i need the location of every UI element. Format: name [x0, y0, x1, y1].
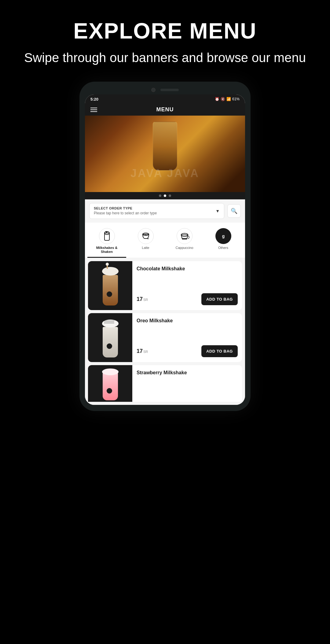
order-type-placeholder: Please tap here to select an order type — [94, 211, 157, 215]
oreo-milkshake-name: Oreo Milkshake — [137, 318, 238, 324]
tab-latte[interactable]: Latte — [126, 226, 165, 258]
search-icon: 🔍 — [231, 208, 237, 214]
hamburger-line-3 — [90, 111, 97, 112]
chocolate-milkshake-footer: 17SR ADD TO BAG — [137, 293, 238, 305]
milkshakes-icon — [99, 228, 115, 244]
add-to-bag-chocolate-button[interactable]: ADD TO BAG — [201, 293, 238, 305]
tab-others[interactable]: g Others — [204, 226, 243, 258]
dot-2[interactable] — [164, 194, 166, 197]
cappuccino-icon — [177, 228, 193, 244]
dot-1[interactable] — [159, 194, 161, 197]
latte-icon — [138, 228, 154, 244]
battery-text: 61% — [232, 97, 240, 101]
oreo-milkshake-price: 17SR — [137, 348, 148, 354]
oreo-milkshake-details: Oreo Milkshake 17SR ADD TO BAG — [132, 313, 242, 362]
svg-text:g: g — [222, 234, 225, 239]
chocolate-milkshake-details: Chocolate Milkshake 17SR ADD TO BAG — [132, 261, 242, 310]
chocolate-milkshake-image — [88, 261, 132, 310]
tab-cappuccino[interactable]: Cappuccino — [165, 226, 204, 258]
cappuccino-label: Cappuccino — [175, 246, 193, 250]
chocolate-milkshake-price: 17SR — [137, 296, 148, 302]
banner-logo: JAVA JAVA — [130, 167, 200, 180]
banner-dots — [85, 192, 245, 199]
order-select-content: SELECT ORDER TYPE Please tap here to sel… — [94, 206, 157, 216]
svg-point-3 — [106, 231, 108, 232]
alarm-icon: ⏰ — [215, 97, 219, 101]
hero-title: EXPLORE MENU — [73, 18, 257, 43]
oreo-milkshake-image — [88, 313, 132, 362]
hero-subtitle: Swipe through our banners and browse our… — [6, 50, 324, 66]
others-label: Others — [218, 246, 228, 250]
menu-item-oreo: Oreo Milkshake 17SR ADD TO BAG — [88, 313, 242, 362]
order-type-select[interactable]: SELECT ORDER TYPE Please tap here to sel… — [89, 203, 224, 219]
search-button[interactable]: 🔍 — [227, 204, 241, 218]
category-tabs: Milkshakes &Shaken Latte — [85, 223, 245, 258]
menu-item-chocolate: Chocolate Milkshake 17SR ADD TO BAG — [88, 261, 242, 310]
status-time: 5:20 — [90, 97, 98, 102]
banner-glass-visual — [153, 122, 177, 171]
order-type-label: SELECT ORDER TYPE — [94, 206, 157, 210]
strawberry-milkshake-image — [88, 365, 132, 402]
others-icon: g — [215, 228, 231, 244]
latte-label: Latte — [142, 246, 149, 250]
status-bar: 5:20 ⏰ 🔇 📶 61% — [85, 94, 245, 104]
dot-3[interactable] — [169, 194, 171, 197]
phone-camera — [151, 88, 156, 92]
tab-milkshakes[interactable]: Milkshakes &Shaken — [87, 226, 126, 258]
banner-area: JAVA JAVA — [85, 116, 245, 192]
order-type-bar: SELECT ORDER TYPE Please tap here to sel… — [85, 199, 245, 223]
menu-item-strawberry: Strawberry Milkshake — [88, 365, 242, 402]
top-nav: MENU — [85, 104, 245, 116]
phone-notch — [85, 88, 245, 92]
oreo-milkshake-footer: 17SR ADD TO BAG — [137, 345, 238, 357]
dropdown-arrow-icon: ▼ — [215, 209, 220, 213]
price-unit-2: SR — [143, 350, 148, 353]
phone-screen: 5:20 ⏰ 🔇 📶 61% MENU JAVA JAVA — [85, 94, 245, 405]
wifi-icon: 📶 — [226, 97, 231, 101]
menu-list: Chocolate Milkshake 17SR ADD TO BAG — [85, 258, 245, 405]
status-icons: ⏰ 🔇 📶 61% — [215, 97, 240, 101]
price-unit: SR — [143, 298, 148, 302]
hamburger-menu[interactable] — [90, 108, 97, 112]
nav-title: MENU — [156, 106, 174, 113]
hamburger-line-2 — [90, 109, 97, 110]
phone-speaker — [160, 89, 179, 91]
banner-image: JAVA JAVA — [85, 116, 245, 192]
mute-icon: 🔇 — [221, 97, 225, 101]
strawberry-milkshake-details: Strawberry Milkshake — [132, 365, 242, 402]
chocolate-milkshake-name: Chocolate Milkshake — [137, 266, 238, 272]
milkshakes-label: Milkshakes &Shaken — [96, 246, 118, 254]
add-to-bag-oreo-button[interactable]: ADD TO BAG — [201, 345, 238, 357]
phone-frame: 5:20 ⏰ 🔇 📶 61% MENU JAVA JAVA — [79, 82, 251, 411]
hamburger-line-1 — [90, 108, 97, 108]
strawberry-milkshake-name: Strawberry Milkshake — [137, 370, 238, 376]
